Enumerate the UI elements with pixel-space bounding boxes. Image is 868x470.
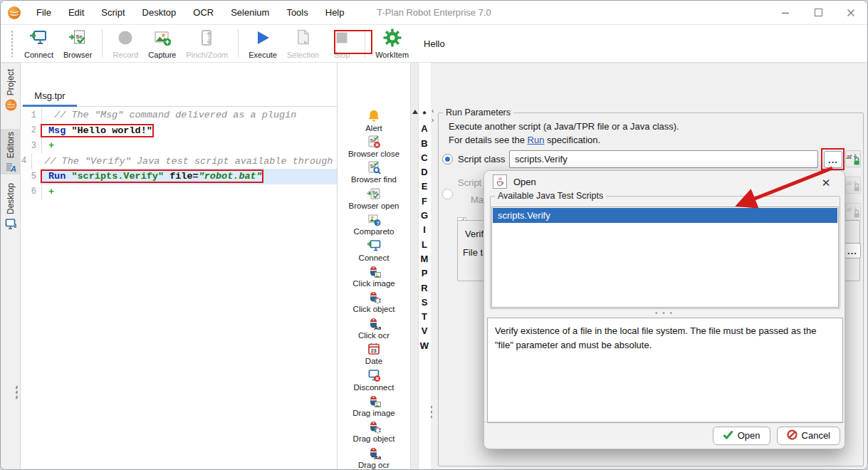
dialog-close-button[interactable]: ✕ [817,175,835,191]
index-letter[interactable]: S [419,296,430,310]
file-tab-msg-tpr[interactable]: Msg.tpr [23,85,77,107]
menu-item[interactable]: Desktop [134,1,185,24]
command-item[interactable]: Click image [338,263,410,288]
command-item[interactable]: Se Browser open [338,185,410,211]
splitter-handle[interactable] [430,404,433,420]
command-item[interactable]: Aa Drag ocr [338,444,410,470]
code-text-annotated: Msg "Hello world!" [42,125,152,136]
dialog-splitter-handle[interactable]: • • • [655,312,674,315]
panel-collapse-chevrons[interactable]: ‹› [432,106,434,125]
splitter-handle[interactable] [15,385,18,401]
menu-item[interactable]: Script [93,1,133,24]
menu-item[interactable]: Help [317,1,353,24]
script-class-radio[interactable] [442,154,453,164]
sidebar-tab-project[interactable]: Project [1,66,21,120]
browse-file-button[interactable]: ... [844,243,861,258]
sidebar-tab-editors[interactable]: Editors A [1,129,21,174]
index-letter[interactable]: D [419,165,430,179]
index-letter[interactable]: F [419,194,430,209]
menu-item[interactable]: File [28,1,60,24]
index-letter[interactable]: L [419,238,430,252]
command-item[interactable]: 23 Date [338,341,410,367]
index-letter[interactable]: R [419,281,430,296]
click-image-icon [367,264,381,278]
command-label: Browser find [351,175,397,184]
menu-item[interactable]: OCR [184,1,222,24]
script-class-input[interactable]: scripts.Verify [509,150,818,168]
desktop-tab-label: Desktop [6,183,16,214]
index-letter[interactable]: * [419,108,430,122]
menu-item[interactable]: Tools [278,1,316,24]
browse-script-class-button[interactable]: ... [824,151,842,168]
editor-panel: Msg.tpr 1 // The "Msg" command delivered… [21,63,337,470]
index-letter[interactable]: G [419,209,430,223]
index-letter[interactable]: C [419,151,430,165]
dialog-title-bar[interactable]: Open [484,171,845,192]
command-item[interactable]: Connect [338,237,410,263]
close-button[interactable] [835,1,867,24]
command-item[interactable]: Click object [338,289,410,315]
record-button: Record [108,26,143,61]
workitem-button[interactable]: WorkItem [370,26,414,61]
svg-text:Aa: Aa [374,324,382,330]
maximize-button[interactable] [802,1,835,24]
toolbar-separator [102,29,103,58]
cancel-button[interactable]: Cancel [777,427,840,445]
code-line-6[interactable]: 6+ [21,184,337,200]
toolbar-drag-handle[interactable] [11,30,14,57]
command-item[interactable]: Drag image [338,392,410,418]
minimize-button[interactable] [769,1,802,24]
close-icon: ✕ [822,177,831,189]
selection-button: Selection [282,26,324,61]
sidebar-tab-desktop[interactable]: Desktop [1,180,21,230]
parametrize-icon[interactable]: at [845,150,861,167]
code-text: // The "Verify" Java test script availab… [32,156,367,167]
index-letter[interactable]: T [419,310,430,324]
list-item-label: scripts.Verify [498,210,550,221]
index-letter[interactable]: V [419,324,430,338]
browser-button[interactable]: Se Browser [58,26,97,61]
command-label: Compareto [354,227,394,236]
command-item[interactable]: Disconnect [338,367,410,392]
command-item[interactable]: Alert [338,108,410,133]
index-letter[interactable]: P [419,266,430,281]
command-item[interactable]: Se Browser find [338,160,410,185]
index-letter[interactable]: E [419,179,430,194]
code-editor[interactable]: 1 // The "Msg" command delivered as a pl… [21,108,337,470]
command-item[interactable]: Drag object [338,419,410,444]
svg-text:Aa: Aa [374,454,382,460]
svg-text:Se: Se [76,33,83,40]
open-button[interactable]: Open [713,427,770,445]
list-item-selected[interactable]: scripts.Verify [493,208,837,223]
workitem-label: WorkItem [375,51,409,59]
code-line-3[interactable]: 3+ [21,138,337,154]
index-letter[interactable]: A [419,122,430,136]
index-letter[interactable]: M [419,252,430,266]
menu-item[interactable]: Selenium [222,1,278,24]
command-item[interactable]: Se Browser close [338,133,410,159]
command-item[interactable]: Aa Click ocr [338,315,410,340]
code-line-2[interactable]: 2Msg "Hello world!" [21,123,337,139]
hello-plugin-button[interactable]: Hello [415,33,454,55]
command-item[interactable]: ? Compareto [338,212,410,237]
menu-item[interactable]: Edit [60,1,93,24]
stop-icon [333,28,351,49]
title-bar: FileEditScriptDesktopOCRSeleniumToolsHel… [1,1,867,24]
code-line-1[interactable]: 1 // The "Msg" command delivered as a pl… [21,108,337,123]
code-line-4[interactable]: 4 // The "Verify" Java test script avail… [21,154,337,169]
svg-text:23: 23 [371,348,377,353]
index-letter[interactable]: B [419,137,430,151]
command-scrollbar[interactable] [410,63,419,470]
connect-button[interactable]: Connect [19,26,58,61]
scripts-list[interactable]: scripts.Verify [491,207,839,308]
selection-label: Selection [287,51,319,59]
index-letter[interactable]: I [419,223,430,237]
index-letter[interactable]: W [419,339,430,353]
execute-button[interactable]: Execute [244,26,282,61]
toolbar-separator [238,29,239,58]
scroll-up-icon[interactable] [412,110,418,114]
capture-button[interactable]: Capture [143,26,181,61]
svg-text:A: A [10,164,16,173]
run-spec-link[interactable]: Run [528,135,545,145]
code-line-5[interactable]: 5Run "scripts.Verify" file="robot.bat" [21,169,337,184]
